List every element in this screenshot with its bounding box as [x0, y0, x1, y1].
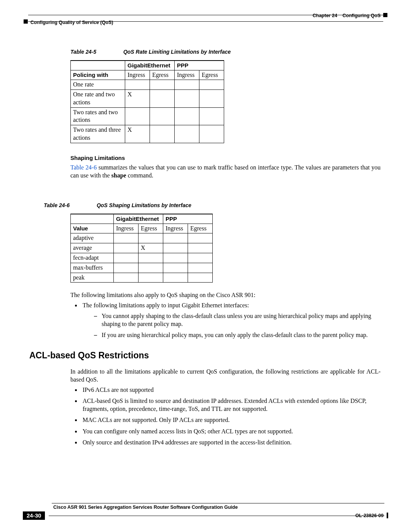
cell: [114, 253, 139, 263]
cell: [139, 233, 163, 243]
cell: [188, 243, 213, 253]
cell: [199, 90, 224, 108]
cell: X: [125, 90, 150, 108]
cell: X: [125, 125, 150, 143]
table-row: One rate and two actions X: [71, 90, 224, 108]
sub-bullet-list: You cannot apply shaping to the class-de…: [94, 312, 381, 339]
header-marker-icon: [383, 13, 387, 17]
caption-text: QoS Shaping Limitations by Interface: [97, 202, 191, 208]
caption-label: Table 24-6: [44, 202, 95, 208]
cell: [199, 80, 224, 90]
page-footer: Cisco ASR 901 Series Aggregation Service…: [23, 503, 388, 520]
col-group: PPP: [163, 214, 213, 224]
cell: One rate: [71, 80, 125, 90]
cell: [199, 107, 224, 125]
list-item: You can configure only named access list…: [81, 427, 381, 435]
cell: fecn-adapt: [71, 253, 114, 263]
cell: adaptive: [71, 233, 114, 243]
chapter-title: Configuring QoS: [342, 13, 381, 18]
list-item: The following limitations apply to input…: [81, 301, 381, 339]
bullet-list: The following limitations apply to input…: [81, 301, 381, 339]
cell: [139, 273, 163, 283]
sub-col: Ingress: [114, 224, 139, 233]
caption-text: QoS Rate Limiting Limitations by Interfa…: [123, 49, 231, 55]
list-item: ACL-based QoS is limited to source and d…: [81, 397, 381, 413]
list-item: You cannot apply shaping to the class-de…: [94, 312, 381, 328]
cell: [114, 243, 139, 253]
sub-col: Ingress: [175, 70, 199, 80]
cell: One rate and two actions: [71, 90, 125, 108]
table-row: One rate: [71, 80, 224, 90]
col-group: GigabitEthernet: [125, 61, 175, 70]
chapter-label: Chapter 24: [313, 13, 338, 18]
cell: [150, 107, 175, 125]
row-head: Policing with: [71, 70, 125, 80]
sub-col: Egress: [188, 224, 213, 233]
table-24-6: GigabitEthernet PPP Value Ingress Egress…: [70, 214, 213, 283]
content-area: Table 24-5 QoS Rate Limiting Limitations…: [23, 49, 388, 446]
cell: [114, 233, 139, 243]
cell: [163, 263, 188, 273]
cell: [114, 263, 139, 273]
cell: [150, 80, 175, 90]
cell: [139, 253, 163, 263]
list-text: The following limitations apply to input…: [83, 302, 249, 308]
col-group: PPP: [175, 61, 224, 70]
command-name: shape: [112, 172, 126, 179]
cell: peak: [71, 273, 114, 283]
sub-col: Ingress: [125, 70, 150, 80]
footer-marker-icon: [387, 513, 388, 518]
cell: [175, 107, 199, 125]
footer-rule: [52, 503, 384, 503]
list-item: IPv6 ACLs are not supported: [81, 386, 381, 394]
follow-para: The following limitations also apply to …: [70, 291, 381, 299]
cell: [125, 107, 150, 125]
cell: [188, 233, 213, 243]
cell: X: [139, 243, 163, 253]
cell: [175, 90, 199, 108]
para-text: command.: [126, 172, 153, 179]
sub-col: Egress: [199, 70, 224, 80]
cell: [139, 263, 163, 273]
cell: [188, 263, 213, 273]
table-24-5: GigabitEthernet PPP Policing with Ingres…: [70, 60, 224, 143]
cell: [163, 273, 188, 283]
cell: [114, 273, 139, 283]
shaping-heading: Shaping Limitations: [70, 155, 381, 161]
list-item: Only source and destination IPv4 address…: [81, 438, 381, 446]
page: Chapter 24 Configuring QoS Configuring Q…: [0, 0, 411, 532]
page-number: 24-30: [23, 511, 45, 520]
cell: max-buffers: [71, 263, 114, 273]
section-title: Configuring Quality of Service (QoS): [30, 20, 113, 25]
sub-col: Egress: [150, 70, 175, 80]
acl-heading: ACL-based QoS Restrictions: [29, 350, 381, 361]
cell: [188, 273, 213, 283]
table-row: peak: [71, 273, 213, 283]
cell: Two rates and three actions: [71, 125, 125, 143]
cell: [188, 253, 213, 263]
guide-title: Cisco ASR 901 Series Aggregation Service…: [53, 505, 388, 510]
footer-rule: [49, 516, 384, 516]
cell: [163, 243, 188, 253]
page-header: Chapter 24 Configuring QoS Configuring Q…: [23, 12, 388, 26]
list-item: If you are using hierarchical policy map…: [94, 331, 381, 339]
header-marker-icon: [24, 19, 28, 24]
cell: [199, 125, 224, 143]
sub-col: Egress: [139, 224, 163, 233]
table-row: averageX: [71, 243, 213, 253]
caption-label: Table 24-5: [70, 49, 122, 55]
table-row: fecn-adapt: [71, 253, 213, 263]
cell: [125, 80, 150, 90]
acl-list: IPv6 ACLs are not supported ACL-based Qo…: [81, 386, 381, 446]
cell: [175, 80, 199, 90]
cell: Two rates and two actions: [71, 107, 125, 125]
table-row: adaptive: [71, 233, 213, 243]
table-caption-6: Table 24-6 QoS Shaping Limitations by In…: [44, 202, 381, 208]
acl-intro: In addition to all the limitations appli…: [70, 367, 381, 383]
cell: [163, 233, 188, 243]
header-chapter: Chapter 24 Configuring QoS: [313, 13, 381, 18]
table-row: Two rates and two actions: [71, 107, 224, 125]
table-link[interactable]: Table 24-6: [70, 164, 97, 171]
shaping-para: Table 24-6 summarizes the values that yo…: [70, 163, 381, 179]
table-row: Two rates and three actions X: [71, 125, 224, 143]
